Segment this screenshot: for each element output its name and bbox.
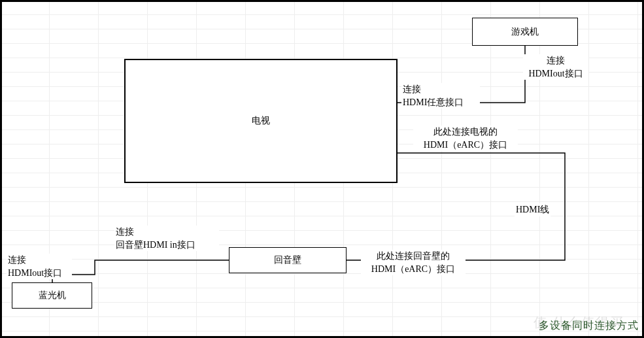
label-soundbar-in: 连接 回音壁HDMI in接口 (114, 226, 219, 251)
device-soundbar: 回音壁 (229, 247, 347, 273)
diagram-title: 多设备同时连接方式 (539, 319, 639, 333)
label-tv-earc: 此处连接电视的 HDMI（eARC）接口 (413, 126, 518, 151)
label-bluray-out: 连接 HDMIout接口 (7, 254, 72, 279)
device-bluray: 蓝光机 (12, 282, 92, 309)
device-console-label: 游戏机 (511, 26, 539, 38)
device-soundbar-label: 回音壁 (274, 254, 301, 266)
label-soundbar-earc: 此处连接回音壁的 HDMI（eARC）接口 (361, 250, 466, 275)
label-console-out: 连接 HDMIout接口 (523, 54, 588, 80)
device-console: 游戏机 (472, 18, 578, 46)
device-tv: 电视 (124, 59, 398, 183)
device-tv-label: 电视 (252, 115, 270, 127)
device-bluray-label: 蓝光机 (39, 290, 66, 301)
label-hdmi-cable: HDMI线 (515, 203, 551, 216)
label-tv-any: 连接 HDMI任意接口 (401, 83, 480, 109)
